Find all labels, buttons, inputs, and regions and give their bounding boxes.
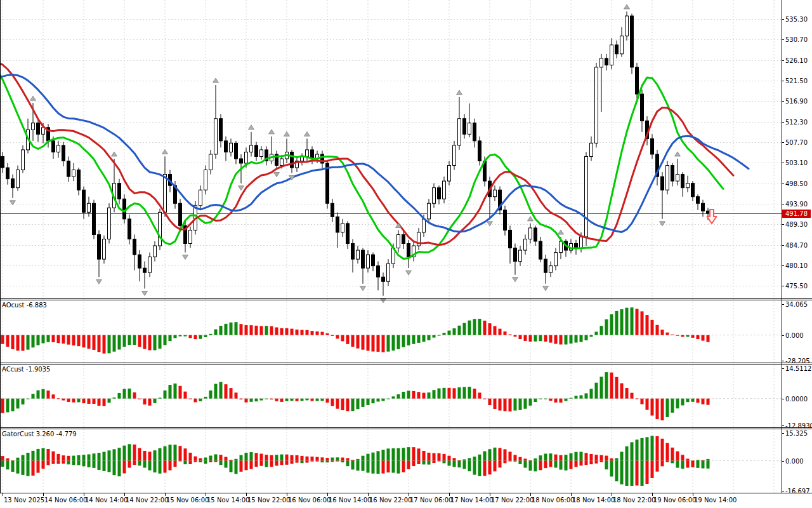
gator-axis-tick: -16.697	[785, 488, 810, 495]
time-axis-label: 18 Nov 22:00	[613, 497, 655, 504]
ao-histogram	[0, 307, 782, 354]
gator-indicator-name: GatorCust	[2, 431, 34, 438]
price-axis-tick: 484.70	[785, 242, 808, 249]
panel-borders	[0, 0, 812, 493]
gator-histogram	[0, 436, 782, 486]
fractal-down-arrow	[543, 286, 549, 291]
price-axis-tick: 503.10	[785, 159, 808, 166]
gator-indicator-value: 3.260 -4.779	[36, 431, 77, 438]
chart-canvas[interactable]: 34.0650.000-28.20514.51120.0000-12.89301…	[0, 0, 812, 508]
fractal-down-arrow	[660, 222, 665, 226]
fractal-up-arrow	[558, 230, 564, 234]
ao-axis-tick: 0.000	[785, 332, 804, 339]
price-axis-tick: 521.50	[785, 77, 808, 84]
time-axis-label: 17 Nov 22:00	[491, 497, 534, 504]
ac-histogram	[0, 372, 782, 420]
fractal-up-arrow	[284, 131, 290, 136]
ac-indicator-label: ACcust -1.9035	[2, 366, 50, 373]
time-axis[interactable]: 13 Nov 202514 Nov 06:0014 Nov 14:0014 No…	[3, 493, 737, 504]
price-axis-tick: 535.30	[785, 16, 808, 23]
fractal-down-arrow	[142, 291, 148, 295]
ao-axis-tick: -28.205	[785, 358, 810, 364]
time-axis-label: 16 Nov 06:00	[288, 497, 331, 504]
ao-indicator-label: AOcust -6.883	[2, 302, 47, 309]
price-axis-tick: 493.90	[785, 201, 808, 208]
fractal-up-arrow	[162, 149, 168, 154]
ao-indicator-value: -6.883	[27, 302, 47, 309]
fractal-up-arrow	[249, 125, 254, 130]
price-axis-tick: 526.10	[785, 57, 808, 64]
ac-axis-tick: 0.0000	[785, 396, 808, 403]
fractal-down-arrow	[406, 271, 412, 275]
fractal-down-arrow	[239, 186, 244, 190]
fractal-down-arrow	[487, 222, 493, 226]
price-axis[interactable]: 535.30530.70526.10521.50516.90512.30507.…	[782, 16, 808, 290]
fractal-up-arrow	[30, 96, 36, 100]
ac-indicator-value: -1.9035	[26, 366, 51, 373]
ao-axis-tick: 34.065	[785, 301, 808, 308]
time-axis-label: 19 Nov 14:00	[694, 497, 737, 504]
time-axis-label: 13 Nov 2025	[4, 497, 44, 504]
fractal-up-arrow	[213, 78, 219, 83]
grid-layer	[0, 0, 782, 493]
ac-axis-tick: -12.8930	[785, 422, 812, 429]
price-axis-tick: 507.70	[785, 139, 808, 146]
price-axis-tick: 480.10	[785, 262, 808, 269]
fractal-down-arrow	[96, 279, 102, 284]
fractal-up-arrow	[457, 90, 462, 95]
trading-chart-window: 34.0650.000-28.20514.51120.0000-12.89301…	[0, 0, 812, 508]
time-axis-label: 15 Nov 06:00	[166, 497, 209, 504]
price-axis-tick: 498.50	[785, 180, 808, 187]
fractal-down-arrow	[274, 173, 280, 177]
price-axis-tick: 489.30	[785, 221, 808, 228]
ac-axis-labels: 14.51120.0000-12.8930	[782, 365, 812, 429]
time-axis-label: 17 Nov 06:00	[410, 497, 452, 504]
price-axis-tick: 512.30	[785, 119, 808, 126]
fractal-down-arrow	[360, 286, 366, 291]
time-axis-label: 18 Nov 14:00	[572, 497, 615, 504]
current-price-badge: 491.78	[782, 210, 811, 218]
ac-indicator-name: ACcust	[2, 366, 24, 373]
price-axis-tick: 475.50	[785, 283, 808, 290]
fractal-up-arrow	[528, 217, 534, 221]
gator-axis-tick: 0.000	[785, 458, 804, 465]
time-axis-label: 19 Nov 06:00	[653, 497, 696, 504]
fractal-down-arrow	[513, 277, 518, 282]
ac-axis-tick: 14.5112	[785, 365, 811, 372]
fractal-up-arrow	[675, 152, 681, 156]
ao-axis-labels: 34.0650.000-28.205	[782, 301, 810, 364]
price-axis-tick: 516.90	[785, 98, 808, 105]
time-axis-label: 14 Nov 22:00	[126, 497, 168, 504]
price-axis-tick: 530.70	[785, 36, 808, 43]
fractal-down-arrow	[183, 255, 188, 260]
fractal-up-arrow	[624, 4, 630, 9]
gator-indicator-label: GatorCust 3.260 -4.779	[2, 431, 77, 438]
time-axis-label: 17 Nov 14:00	[450, 497, 493, 504]
time-axis-label: 15 Nov 22:00	[247, 497, 290, 504]
ao-indicator-name: AOcust	[2, 302, 25, 309]
gator-axis-tick: 15.325	[785, 430, 808, 437]
fractal-arrows-layer	[10, 4, 681, 303]
time-axis-label: 14 Nov 14:00	[85, 497, 128, 504]
time-axis-label: 15 Nov 14:00	[207, 497, 249, 504]
fractal-up-arrow	[304, 131, 310, 136]
time-axis-label: 16 Nov 22:00	[369, 497, 412, 504]
time-axis-label: 14 Nov 06:00	[44, 497, 87, 504]
time-axis-label: 16 Nov 14:00	[329, 497, 371, 504]
time-axis-label: 18 Nov 06:00	[532, 497, 574, 504]
fractal-up-arrow	[112, 152, 117, 156]
fractal-up-arrow	[269, 130, 275, 134]
gator-axis-labels: 15.3250.000-16.697	[782, 430, 810, 495]
alligator-jaw-line	[0, 75, 749, 232]
